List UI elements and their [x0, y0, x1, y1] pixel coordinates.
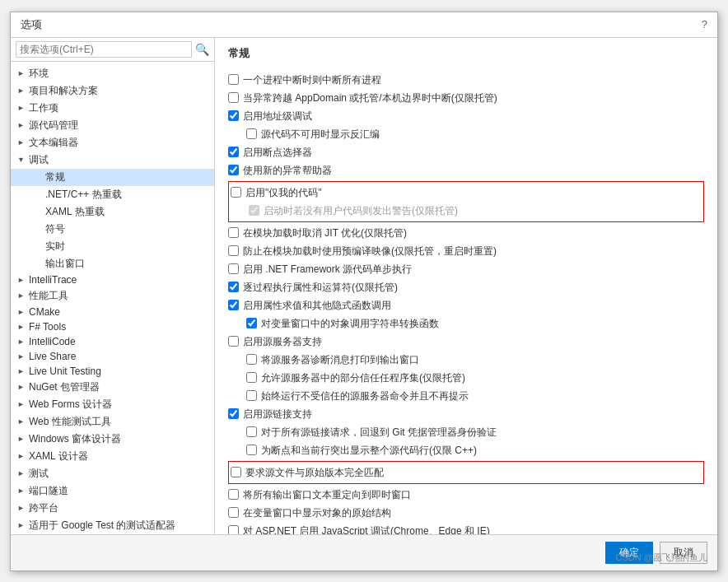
- tree-item-srcctrl[interactable]: ►源代码管理: [11, 117, 214, 134]
- option-item-opt12: 逐过程执行属性和运算符(仅限托管): [228, 278, 704, 296]
- tree-arrow-env: ►: [17, 69, 29, 77]
- tree-item-texteditor[interactable]: ►文本编辑器: [11, 134, 214, 151]
- tree-item-googletest[interactable]: ►适用于 Google Test 的测试适配器: [11, 517, 214, 534]
- tree-arrow-intellicode: ►: [17, 338, 29, 346]
- option-item-opt8: 启动时若没有用户代码则发出警告(仅限托管): [231, 202, 702, 220]
- option-label-opt10: 防止在模块加载时使用预编译映像(仅限托管，重启时重置): [243, 244, 497, 258]
- tree-item-realtime[interactable]: 实时: [11, 238, 214, 255]
- checkbox-opt14[interactable]: [246, 318, 257, 328]
- option-item-opt22: 要求源文件与原始版本完全匹配: [231, 463, 702, 482]
- option-label-opt5: 启用断点选择器: [243, 145, 312, 160]
- tree-label-env: 环境: [29, 67, 49, 81]
- search-input[interactable]: [16, 41, 192, 58]
- tree-item-project[interactable]: ►项目和解决方案: [11, 82, 214, 100]
- option-item-opt5: 启用断点选择器: [228, 143, 704, 161]
- left-panel: 🔍 ►环境►项目和解决方案►工作项►源代码管理►文本编辑器▼调试常规.NET/C…: [11, 38, 215, 534]
- tree-label-test: 测试: [29, 467, 49, 481]
- tree-item-intellicode[interactable]: ►IntelliCode: [11, 334, 214, 349]
- tree-label-general: 常规: [45, 170, 65, 184]
- checkbox-opt4[interactable]: [246, 128, 257, 139]
- checkbox-opt18[interactable]: [246, 390, 257, 401]
- checkbox-opt7[interactable]: [231, 187, 241, 198]
- option-item-opt10: 防止在模块加载时使用预编译映像(仅限托管，重启时重置): [228, 242, 704, 260]
- search-box: 🔍: [11, 38, 214, 62]
- checkbox-opt8[interactable]: [249, 205, 259, 216]
- tree-item-perf[interactable]: ►性能工具: [11, 287, 214, 305]
- tree-item-general[interactable]: 常规: [11, 169, 214, 186]
- tree-label-symbol: 符号: [45, 222, 65, 236]
- search-icon[interactable]: 🔍: [195, 43, 209, 56]
- tree-item-cmake[interactable]: ►CMake: [11, 305, 214, 319]
- tree-arrow-webperf: ►: [17, 417, 29, 426]
- tree-label-debug: 调试: [29, 153, 49, 167]
- checkbox-opt23[interactable]: [228, 489, 239, 500]
- tree-item-webforms[interactable]: ►Web Forms 设计器: [11, 396, 214, 413]
- checkbox-opt20[interactable]: [246, 426, 257, 437]
- help-button[interactable]: ?: [702, 18, 707, 30]
- option-item-opt16: 将源服务器诊断消息打印到输出窗口: [228, 351, 704, 369]
- tree-item-symbol[interactable]: 符号: [11, 221, 214, 238]
- tree-item-test[interactable]: ►测试: [11, 465, 214, 482]
- right-panel: 常规 一个进程中断时则中断所有进程当异常跨越 AppDomain 或托管/本机边…: [215, 38, 717, 534]
- option-item-opt14: 对变量窗口中的对象调用字符串转换函数: [228, 314, 704, 333]
- tree-label-srcctrl: 源代码管理: [29, 119, 78, 133]
- checkbox-opt11[interactable]: [228, 263, 239, 274]
- checkbox-opt2[interactable]: [228, 92, 239, 103]
- tree-arrow-nuget: ►: [17, 383, 29, 391]
- tree-arrow-test: ►: [17, 469, 29, 477]
- option-item-opt21: 为断点和当前行突出显示整个源代码行(仅限 C++): [228, 441, 704, 459]
- tree-label-liveunit: Live Unit Testing: [29, 365, 101, 377]
- tree-arrow-xamldesigner: ►: [17, 452, 29, 460]
- option-label-opt6: 使用新的异常帮助器: [243, 163, 332, 178]
- option-item-opt4: 源代码不可用时显示反汇编: [228, 125, 704, 143]
- tree-arrow-platform: ►: [17, 504, 29, 512]
- checkbox-opt24[interactable]: [228, 507, 239, 518]
- highlight-group-a: 启用"仅我的代码"启动时若没有用户代码则发出警告(仅限托管): [228, 181, 704, 222]
- tree-item-liveshare[interactable]: ►Live Share: [11, 349, 214, 364]
- option-item-opt15: 启用源服务器支持: [228, 333, 704, 351]
- tree-arrow-googletest: ►: [17, 521, 29, 529]
- checkbox-opt21[interactable]: [246, 445, 257, 455]
- checkbox-opt9[interactable]: [228, 227, 239, 238]
- tree-arrow-project: ►: [17, 86, 29, 95]
- tree-item-xaml[interactable]: XAML 热重载: [11, 203, 214, 221]
- tree-arrow-tunnel: ►: [17, 487, 29, 495]
- checkbox-opt25[interactable]: [228, 525, 239, 534]
- checkbox-opt16[interactable]: [246, 354, 257, 365]
- option-item-opt7: 启用"仅我的代码": [231, 184, 702, 202]
- tree-item-workspace[interactable]: ►工作项: [11, 100, 214, 117]
- checkbox-opt17[interactable]: [246, 372, 257, 383]
- tree-item-fsharp[interactable]: ►F# Tools: [11, 319, 214, 334]
- tree-item-env[interactable]: ►环境: [11, 65, 214, 82]
- checkbox-opt15[interactable]: [228, 336, 239, 347]
- tree-item-xamldesigner[interactable]: ►XAML 设计器: [11, 448, 214, 465]
- tree-item-tunnel[interactable]: ►端口隧道: [11, 482, 214, 500]
- option-label-opt18: 始终运行不受信任的源服务器命令并且不再提示: [261, 389, 469, 403]
- option-item-opt6: 使用新的异常帮助器: [228, 161, 704, 179]
- tree-item-webperf[interactable]: ►Web 性能测试工具: [11, 413, 214, 431]
- checkbox-opt10[interactable]: [228, 245, 239, 256]
- tree-item-platform[interactable]: ►跨平台: [11, 500, 214, 517]
- option-item-opt25: 对 ASP.NET 启用 JavaScript 调试(Chrome、Edge 和…: [228, 522, 704, 534]
- tree-item-intellitrace[interactable]: ►IntelliTrace: [11, 272, 214, 287]
- tree-item-output[interactable]: 输出窗口: [11, 255, 214, 272]
- checkbox-opt1[interactable]: [228, 74, 239, 85]
- checkbox-opt22[interactable]: [231, 467, 241, 477]
- checkbox-opt19[interactable]: [228, 408, 239, 419]
- checkbox-opt5[interactable]: [228, 147, 239, 157]
- tree-item-winforms[interactable]: ►Windows 窗体设计器: [11, 431, 214, 448]
- tree-item-netcpp[interactable]: .NET/C++ 热重载: [11, 186, 214, 203]
- dialog-footer: 确定 取消 CSDN @愿飞翔的鱼儿: [11, 534, 717, 570]
- option-label-opt4: 源代码不可用时显示反汇编: [261, 127, 380, 142]
- tree-label-cmake: CMake: [29, 306, 60, 318]
- tree-item-nuget[interactable]: ►NuGet 包管理器: [11, 379, 214, 396]
- checkbox-opt3[interactable]: [228, 110, 239, 121]
- option-item-opt11: 启用 .NET Framework 源代码单步执行: [228, 260, 704, 278]
- checkbox-opt13[interactable]: [228, 300, 239, 310]
- tree-item-liveunit[interactable]: ►Live Unit Testing: [11, 364, 214, 379]
- tree-arrow-cmake: ►: [17, 308, 29, 316]
- tree-item-debug[interactable]: ▼调试: [11, 151, 214, 169]
- tree-arrow-intellitrace: ►: [17, 276, 29, 284]
- checkbox-opt12[interactable]: [228, 282, 239, 292]
- checkbox-opt6[interactable]: [228, 165, 239, 175]
